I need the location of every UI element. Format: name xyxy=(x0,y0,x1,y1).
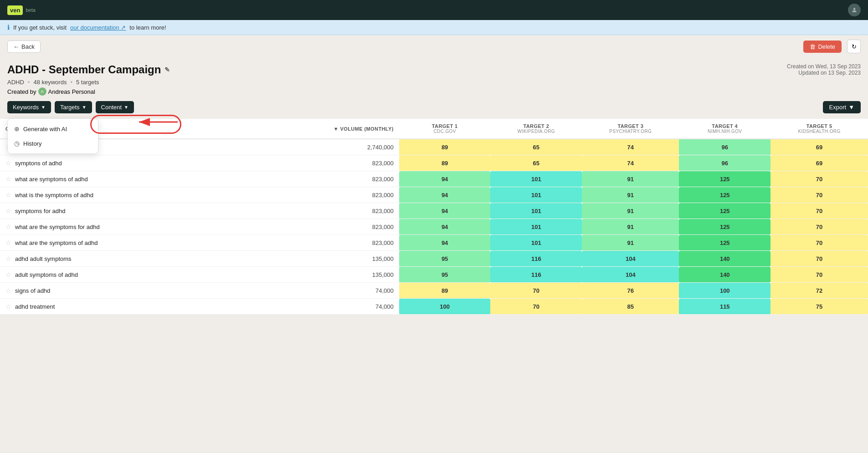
history-item[interactable]: ◷ History xyxy=(8,136,98,151)
score-target1-cell: 94 xyxy=(399,219,491,235)
table-row: ☆ what are the symptoms for adhd 823,000… xyxy=(0,219,868,235)
table-row: ☆ adhd treatment 74,000100708511575 xyxy=(0,299,868,315)
content-button[interactable]: Content ▼ xyxy=(96,101,134,113)
score-target5-cell: 75 xyxy=(770,299,868,315)
score-target3-cell: 74 xyxy=(582,155,679,171)
table-row: ☆ what are the symptoms of adhd 823,0009… xyxy=(0,235,868,251)
score-target5-cell: 70 xyxy=(770,219,868,235)
export-button[interactable]: Export ▼ xyxy=(823,101,861,113)
score-target1-cell: 89 xyxy=(399,283,491,299)
author-name: Andreas Personal xyxy=(48,88,95,95)
star-icon[interactable]: ☆ xyxy=(5,159,11,167)
keyword-table: CUSTOMER NEED My Keyw... ▼ VOLUME (MONTH… xyxy=(0,119,868,315)
keyword-text: what are the symptoms of adhd xyxy=(15,239,98,246)
keyword-cell: ☆ what are symptoms of adhd xyxy=(0,171,266,187)
star-icon[interactable]: ☆ xyxy=(5,175,11,183)
trash-icon: 🗑 xyxy=(810,43,816,50)
score-target2-cell: 70 xyxy=(490,299,582,315)
created-by-label: Created by xyxy=(7,88,36,95)
score-target2-cell: 101 xyxy=(490,235,582,251)
logo-badge: ven xyxy=(7,5,23,15)
page-title: ADHD - September Campaign ✎ xyxy=(7,63,170,76)
score-target1-cell: 95 xyxy=(399,267,491,283)
score-target4-cell: 140 xyxy=(679,267,770,283)
star-icon[interactable]: ☆ xyxy=(5,223,11,230)
star-icon[interactable]: ☆ xyxy=(5,255,11,262)
star-icon[interactable]: ☆ xyxy=(5,191,11,199)
score-target1-cell: 94 xyxy=(399,171,491,187)
star-icon[interactable]: ☆ xyxy=(5,271,11,278)
generate-ai-item[interactable]: ⊕ Generate with AI xyxy=(8,122,98,136)
docs-link[interactable]: our documentation ↗ xyxy=(70,24,126,31)
top-actions: 🗑 Delete ↻ xyxy=(803,40,861,53)
score-target4-cell: 125 xyxy=(679,235,770,251)
author-avatar: A xyxy=(38,87,46,96)
star-icon[interactable]: ☆ xyxy=(5,303,11,310)
action-bar: ← Back 🗑 Delete ↻ xyxy=(0,35,868,58)
score-target3-cell: 91 xyxy=(582,171,679,187)
target3-header: TARGET 3 PSYCHIATRY.ORG xyxy=(582,119,679,139)
history-icon: ◷ xyxy=(14,140,20,147)
score-target2-cell: 101 xyxy=(490,219,582,235)
score-target4-cell: 125 xyxy=(679,219,770,235)
star-icon[interactable]: ☆ xyxy=(5,287,11,294)
user-meta: Created by A Andreas Personal xyxy=(7,87,861,96)
score-target3-cell: 91 xyxy=(582,235,679,251)
edit-icon[interactable]: ✎ xyxy=(164,66,170,73)
created-on: Created on Wed, 13 Sep 2023 xyxy=(787,63,861,70)
target5-header: TARGET 5 KIDSHEALTH.ORG xyxy=(770,119,868,139)
refresh-button[interactable]: ↻ xyxy=(847,40,861,53)
keyword-text: symptoms for adhd xyxy=(15,208,66,214)
content-dropdown: ⊕ Generate with AI ◷ History xyxy=(7,118,98,154)
keyword-text: what is the symptoms of adhd xyxy=(15,192,93,199)
table-row: ☆ symptoms for adhd 823,000941019112570 xyxy=(0,203,868,219)
volume-cell: 135,000 xyxy=(266,267,399,283)
score-target4-cell: 125 xyxy=(679,187,770,203)
score-target4-cell: 125 xyxy=(679,171,770,187)
back-button[interactable]: ← Back xyxy=(7,41,41,53)
keyword-cell: ☆ symptons of adhd xyxy=(0,155,266,171)
score-target5-cell: 69 xyxy=(770,139,868,155)
table-row: ☆ what is the symptoms of adhd 823,00094… xyxy=(0,187,868,203)
info-icon: ℹ xyxy=(7,24,10,31)
score-target2-cell: 116 xyxy=(490,267,582,283)
volume-cell: 823,000 xyxy=(266,235,399,251)
score-target3-cell: 74 xyxy=(582,139,679,155)
keyword-cell: ☆ adult symptoms of adhd xyxy=(0,267,266,282)
score-target3-cell: 104 xyxy=(582,251,679,267)
targets-button[interactable]: Targets ▼ xyxy=(55,101,92,113)
score-target5-cell: 70 xyxy=(770,235,868,251)
keywords-arrow-icon: ▼ xyxy=(41,105,46,110)
updated-on: Updated on 13 Sep. 2023 xyxy=(787,70,861,76)
keyword-text: what are the symptoms for adhd xyxy=(15,224,100,230)
table-row: ☆ adhd adult symptoms 135,00095116104140… xyxy=(0,251,868,267)
keyword-cell: ☆ signs of adhd xyxy=(0,283,266,298)
keyword-text: adhd adult symptoms xyxy=(15,255,72,262)
info-text-after: to learn more! xyxy=(129,24,166,31)
keyword-text: signs of adhd xyxy=(15,287,50,294)
keywords-button[interactable]: Keywords ▼ xyxy=(7,101,51,113)
targets-arrow-icon: ▼ xyxy=(82,105,87,110)
score-target3-cell: 91 xyxy=(582,219,679,235)
score-target5-cell: 70 xyxy=(770,251,868,267)
score-target1-cell: 94 xyxy=(399,203,491,219)
score-target1-cell: 94 xyxy=(399,235,491,251)
score-target4-cell: 96 xyxy=(679,155,770,171)
refresh-icon: ↻ xyxy=(852,43,857,50)
volume-cell: 823,000 xyxy=(266,187,399,203)
score-target2-cell: 65 xyxy=(490,155,582,171)
score-target4-cell: 96 xyxy=(679,139,770,155)
star-icon[interactable]: ☆ xyxy=(5,207,11,214)
score-target5-cell: 69 xyxy=(770,155,868,171)
created-info: Created on Wed, 13 Sep 2023 Updated on 1… xyxy=(787,63,861,76)
score-target4-cell: 100 xyxy=(679,283,770,299)
score-target1-cell: 100 xyxy=(399,299,491,315)
star-icon[interactable]: ☆ xyxy=(5,239,11,246)
beta-label: beta xyxy=(26,7,35,13)
volume-header[interactable]: ▼ VOLUME (MONTHLY) xyxy=(266,119,399,139)
score-target2-cell: 116 xyxy=(490,251,582,267)
volume-cell: 823,000 xyxy=(266,155,399,171)
volume-cell: 2,740,000 xyxy=(266,139,399,155)
delete-button[interactable]: 🗑 Delete xyxy=(803,41,842,53)
user-avatar[interactable] xyxy=(848,4,861,16)
